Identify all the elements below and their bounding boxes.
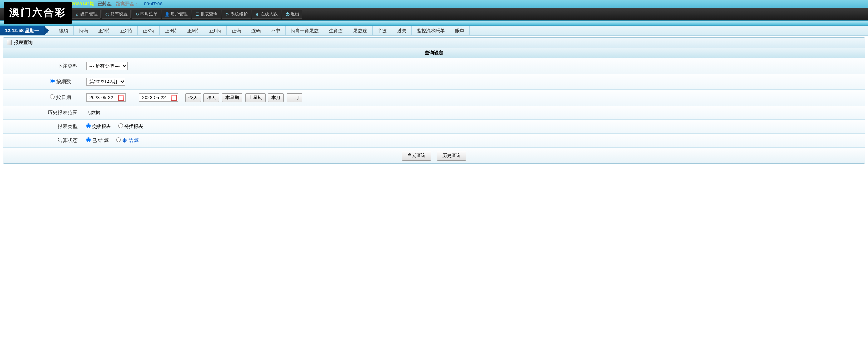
report-type-2-label: 分类报表 bbox=[124, 124, 143, 129]
panel-title: 报表查询 bbox=[14, 39, 33, 46]
query-settings-title: 查询设定 bbox=[3, 48, 865, 58]
app-logo: 澳门六合彩 bbox=[4, 2, 72, 24]
action-buttons: 当期查询 历史查询 bbox=[3, 148, 865, 163]
calendar-icon[interactable] bbox=[171, 95, 177, 101]
nav-label: 报表查询 bbox=[201, 11, 218, 17]
tab-zheng5te[interactable]: 正5特 bbox=[182, 26, 204, 36]
current-query-button[interactable]: 当期查询 bbox=[402, 151, 431, 161]
by-period-label: 按期数 bbox=[56, 79, 71, 84]
btn-thisweek[interactable]: 本星期 bbox=[222, 93, 242, 102]
tab-zheng2te[interactable]: 正2特 bbox=[115, 26, 138, 36]
nav-label: 系统维护 bbox=[231, 11, 248, 17]
tab-guoguan[interactable]: 过关 bbox=[392, 26, 412, 36]
nav-odds[interactable]: ◎赔率设置 bbox=[102, 10, 131, 19]
gradient-strip bbox=[0, 21, 868, 26]
unsettled-label: 未 结 算 bbox=[122, 138, 139, 143]
settled-label: 已 结 算 bbox=[92, 138, 109, 143]
nav-reports[interactable]: ☰报表查询 bbox=[192, 10, 221, 19]
nav-online[interactable]: ☻在线人数 bbox=[252, 10, 281, 19]
by-period-option[interactable]: 按期数 bbox=[50, 79, 71, 84]
nav-pankou[interactable]: ⌂盘口管理 bbox=[71, 10, 101, 19]
refresh-icon: ↻ bbox=[135, 12, 139, 16]
tab-banbo[interactable]: 半波 bbox=[373, 26, 392, 36]
settle-status-label: 结算状态 bbox=[3, 134, 82, 148]
date-to-wrapper[interactable] bbox=[139, 93, 178, 102]
nav-label: 在线人数 bbox=[261, 11, 278, 17]
list-icon: ☰ bbox=[195, 12, 199, 16]
report-type-1-label: 交收报表 bbox=[92, 124, 111, 129]
by-period-radio[interactable] bbox=[50, 79, 55, 83]
query-form: 下注类型 --- 所有类型 --- 按期数 第2023142期 bbox=[3, 58, 865, 148]
tab-zheng1te[interactable]: 正1特 bbox=[93, 26, 115, 36]
tab-zheng3te[interactable]: 正3特 bbox=[138, 26, 160, 36]
tab-jiankong[interactable]: 监控流水賬单 bbox=[412, 26, 450, 36]
tab-shengxiaolian[interactable]: 生肖连 bbox=[324, 26, 348, 36]
date-to-input[interactable] bbox=[140, 94, 171, 101]
report-type-jiaoshou[interactable]: 交收报表 bbox=[86, 124, 112, 129]
calendar-icon[interactable] bbox=[118, 95, 124, 101]
status-row: 2023142期 已封盘 距离开盘： 03:47:08 bbox=[0, 0, 868, 8]
report-panel: 报表查询 查询设定 下注类型 --- 所有类型 --- 按期数 第2023142… bbox=[3, 37, 865, 164]
nav-users[interactable]: 👤用户管理 bbox=[162, 10, 191, 19]
period-select[interactable]: 第2023142期 bbox=[86, 78, 125, 86]
tab-texiao[interactable]: 特肖一肖尾数 bbox=[286, 26, 324, 36]
by-date-radio[interactable] bbox=[50, 94, 55, 99]
settled-radio[interactable] bbox=[86, 137, 91, 142]
tab-weishulian[interactable]: 尾数连 bbox=[348, 26, 373, 36]
date-from-wrapper[interactable] bbox=[86, 93, 126, 102]
date-range-dash: — bbox=[130, 95, 135, 100]
nav-label: 退出 bbox=[291, 11, 299, 17]
nav-label: 盘口管理 bbox=[80, 11, 98, 17]
bet-type-select[interactable]: --- 所有类型 --- bbox=[86, 62, 128, 70]
report-type-fenlei[interactable]: 分类报表 bbox=[118, 124, 143, 129]
history-range-value: 无数据 bbox=[82, 106, 865, 120]
home-icon: ⌂ bbox=[75, 12, 79, 16]
panel-icon bbox=[7, 40, 12, 45]
opening-countdown: 03:47:08 bbox=[144, 1, 163, 6]
btn-thismonth[interactable]: 本月 bbox=[268, 93, 284, 102]
bet-type-label: 下注类型 bbox=[3, 58, 82, 74]
tab-zongxiang[interactable]: 總項 bbox=[54, 26, 74, 36]
report-type-radio-2[interactable] bbox=[118, 123, 123, 128]
btn-lastweek[interactable]: 上星期 bbox=[245, 93, 266, 102]
nav-label: 用户管理 bbox=[171, 11, 188, 17]
unsettled-radio[interactable] bbox=[116, 137, 121, 142]
nav-realtime[interactable]: ↻即时注单 bbox=[132, 10, 161, 19]
nav-logout[interactable]: ⏻退出 bbox=[282, 10, 302, 19]
btn-today[interactable]: 今天 bbox=[185, 93, 201, 102]
history-range-label: 历史报表范围 bbox=[3, 106, 82, 120]
settle-unsettled[interactable]: 未 结 算 bbox=[116, 138, 139, 143]
clock-display: 12:12:58 星期一 bbox=[0, 26, 44, 35]
nav-label: 赔率设置 bbox=[110, 11, 128, 17]
nav-label: 即时注单 bbox=[140, 11, 158, 17]
btn-yesterday[interactable]: 昨天 bbox=[203, 93, 219, 102]
opening-label: 距离开盘： bbox=[116, 1, 139, 6]
tab-row: 12:12:58 星期一 總項 特码 正1特 正2特 正3特 正4特 正5特 正… bbox=[0, 26, 868, 36]
gear-icon: ⚙ bbox=[225, 12, 230, 16]
history-query-button[interactable]: 历史查询 bbox=[437, 151, 466, 161]
power-icon: ⏻ bbox=[285, 12, 290, 16]
nav-system[interactable]: ⚙系统维护 bbox=[222, 10, 251, 19]
tab-buzhong[interactable]: 不中 bbox=[266, 26, 286, 36]
sealed-status: 已封盘 bbox=[98, 1, 112, 6]
tab-zheng6te[interactable]: 正6特 bbox=[204, 26, 227, 36]
period-number: 2023142期 bbox=[71, 1, 94, 6]
category-tabs: 總項 特码 正1特 正2特 正3特 正4特 正5特 正6特 正码 连码 不中 特… bbox=[54, 26, 470, 35]
by-date-option[interactable]: 按日期 bbox=[50, 94, 71, 100]
report-type-label: 报表类型 bbox=[3, 120, 82, 134]
settle-settled[interactable]: 已 结 算 bbox=[86, 138, 110, 143]
tab-zhengma[interactable]: 正码 bbox=[227, 26, 246, 36]
tab-zheng4te[interactable]: 正4特 bbox=[160, 26, 182, 36]
by-date-label: 按日期 bbox=[56, 94, 71, 100]
tab-tema[interactable]: 特码 bbox=[74, 26, 93, 36]
tab-lianma[interactable]: 连码 bbox=[246, 26, 266, 36]
panel-header: 报表查询 bbox=[3, 38, 865, 48]
target-icon: ◎ bbox=[105, 12, 109, 16]
btn-lastmonth[interactable]: 上月 bbox=[287, 93, 302, 102]
main-nav: ⌂盘口管理 ◎赔率设置 ↻即时注单 👤用户管理 ☰报表查询 ⚙系统维护 ☻在线人… bbox=[0, 8, 868, 20]
tab-zhangdan[interactable]: 賬单 bbox=[450, 26, 470, 36]
people-icon: ☻ bbox=[255, 12, 260, 16]
report-type-radio-1[interactable] bbox=[86, 123, 91, 128]
user-icon: 👤 bbox=[165, 12, 169, 16]
date-from-input[interactable] bbox=[88, 94, 118, 101]
